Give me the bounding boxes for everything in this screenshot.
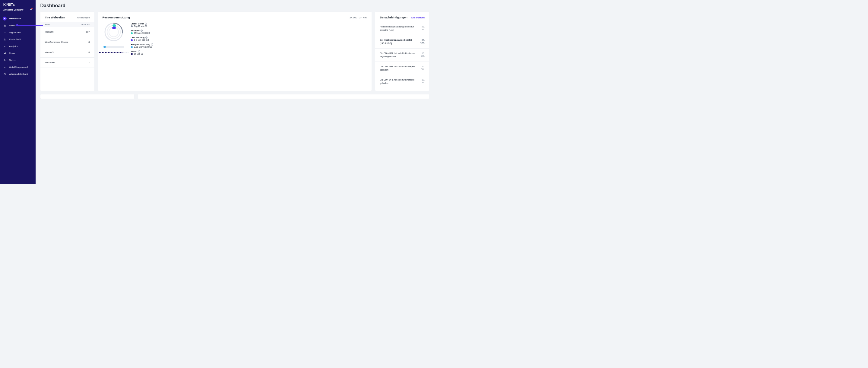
brand-logo: KINSTa <box>3 3 14 6</box>
sites-all-link[interactable]: Alle anzeigen <box>77 17 90 19</box>
notification-date: 16.Okt. <box>421 52 425 58</box>
help-icon[interactable]: ? <box>145 23 147 25</box>
site-visits: 8 <box>88 51 90 54</box>
user-add-icon <box>3 58 7 62</box>
site-row[interactable]: kinstalife 607 <box>40 27 94 37</box>
chart-icon <box>3 44 7 48</box>
legend-dot-cdn <box>131 39 133 41</box>
svg-point-0 <box>4 59 5 60</box>
svg-point-1 <box>4 67 5 67</box>
site-row[interactable]: WooCommerce Course 8 <box>40 37 94 48</box>
home-icon <box>3 17 7 21</box>
sites-bar <box>99 52 128 53</box>
stat-visits-title: Besuche <box>131 30 140 32</box>
nav-dns[interactable]: Kinsta DNS <box>0 36 36 43</box>
resource-card: Ressourcennutzung 27. Okt. – 27. Nov. <box>98 12 372 91</box>
notification-item[interactable]: Die CDN-URL hat sich für kinstasite geän… <box>375 75 429 88</box>
nav-label: Kinsta DNS <box>9 38 21 41</box>
nav-activity-log[interactable]: Aktivitätenprotokoll <box>0 64 36 70</box>
transfer-icon <box>3 30 7 34</box>
help-icon <box>3 72 7 76</box>
sites-title: Ihre Webseiten <box>45 16 65 19</box>
sites-card: Ihre Webseiten Alle anzeigen NAME BESUCH… <box>40 12 94 91</box>
notifications-title: Benachrichtigungen <box>380 16 407 19</box>
notification-text: Die CDN-URL hat sich für kinstasite geän… <box>380 79 418 85</box>
site-row[interactable]: kinstaw3 8 <box>40 48 94 58</box>
notification-item[interactable]: Herunterladbares Backup bereit für kinst… <box>375 22 429 35</box>
page-title: Dashboard <box>40 3 430 8</box>
stat-sites-value: 16 von 20 <box>134 53 144 55</box>
notification-item[interactable]: Die CDN-URL hat sich für kinstaperf geän… <box>375 62 429 75</box>
stat-month-title: Dieser Monat <box>131 23 144 25</box>
notification-text: Herunterladbares Backup bereit für kinst… <box>380 25 418 32</box>
stat-month-value: Tag 13 von 31 <box>134 25 148 27</box>
notification-text: Die CDN-URL hat sich für kinstaperf geän… <box>380 65 418 71</box>
main: Dashboard Ihre Webseiten Alle anzeigen N… <box>36 0 434 184</box>
svg-point-7 <box>112 27 116 29</box>
placeholder-card <box>138 94 429 99</box>
site-name: WooCommerce Course <box>45 41 68 43</box>
nav-company[interactable]: Firma <box>0 50 36 57</box>
nav-dashboard[interactable]: Dashboard <box>0 15 36 22</box>
legend-dot-disk <box>131 46 133 48</box>
bell-unread-dot <box>31 8 33 9</box>
notifications-all-link[interactable]: Alle anzeigen <box>411 17 425 19</box>
help-icon[interactable]: ? <box>138 50 140 53</box>
notification-date: 27.Okt. <box>421 39 425 45</box>
eye-icon <box>3 65 7 69</box>
notification-date: 12.Okt. <box>421 79 425 85</box>
nav-label: Firma <box>9 52 15 55</box>
nav: Dashboard Seiten Migrationen Kinsta DNS … <box>0 15 36 78</box>
site-row[interactable]: kinstaperf 7 <box>40 58 94 68</box>
help-icon[interactable]: ? <box>141 30 143 32</box>
nav-label: Nutzer <box>9 59 16 62</box>
stat-disk-value: 2.31 GB von 30 GB <box>134 46 153 48</box>
nav-users[interactable]: Nutzer <box>0 57 36 64</box>
col-name: NAME <box>45 24 50 25</box>
stat-sites-title: Seiten <box>131 50 137 53</box>
col-visits: BESUCHE <box>81 24 90 25</box>
notification-item[interactable]: Die CDN-URL hat sich für kinstacdn-keycd… <box>375 49 429 62</box>
disk-bar <box>103 46 124 48</box>
help-icon[interactable]: ? <box>151 43 153 45</box>
nav-analytics[interactable]: Analytics <box>0 43 36 50</box>
site-name: kinstalife <box>45 30 54 33</box>
nav-label: Migrationen <box>9 31 21 34</box>
site-visits: 607 <box>86 30 90 33</box>
stat-cdn-value: 0 B von 200 GB <box>134 39 149 41</box>
site-visits: 7 <box>88 61 90 64</box>
notifications-card: Benachrichtigungen Alle anzeigen Herunte… <box>375 12 429 91</box>
nav-label: Dashboard <box>9 17 21 20</box>
nav-sites[interactable]: Seiten <box>0 22 36 29</box>
legend-dot-visits <box>131 32 133 34</box>
nav-knowledge-base[interactable]: Wissensdatenbank <box>0 70 36 78</box>
nav-label: Analytics <box>9 45 18 48</box>
resource-range: 27. Okt. – 27. Nov. <box>349 17 367 19</box>
legend-dot-sites <box>131 53 133 55</box>
nav-label: Seiten <box>9 24 16 27</box>
site-visits: 8 <box>88 41 90 43</box>
notification-text: Die CDN-URL hat sich für kinstacdn-keycd… <box>380 52 418 58</box>
company-name: Awesome Company <box>3 9 23 11</box>
placeholder-card <box>40 94 134 99</box>
usage-donut <box>104 22 124 42</box>
site-name: kinstaw3 <box>45 51 54 54</box>
notification-item[interactable]: Der Hostingplan wurde bezahlt (190.5 USD… <box>375 35 429 49</box>
stat-cdn-title: CDN-Nutzung <box>131 36 145 39</box>
layers-icon <box>3 24 7 27</box>
building-icon <box>3 51 7 55</box>
legend-dot-month <box>131 25 133 27</box>
notifications-bell[interactable] <box>30 8 32 11</box>
nav-label: Wissensdatenbank <box>9 73 28 75</box>
nav-label: Aktivitätenprotokoll <box>9 66 28 68</box>
sidebar: KINSTa Awesome Company Dashboard Seiten … <box>0 0 36 184</box>
stat-disk-title: Festplattennutzung <box>131 43 151 45</box>
stat-visits-value: 655 von 100,000 <box>134 32 150 34</box>
help-icon[interactable]: ? <box>145 36 148 39</box>
notification-date: 29.Okt. <box>421 25 425 32</box>
site-name: kinstaperf <box>45 61 55 64</box>
notification-date: 15.Okt. <box>421 65 425 71</box>
resource-title: Ressourcennutzung <box>102 16 130 19</box>
route-icon <box>3 37 7 41</box>
nav-migrations[interactable]: Migrationen <box>0 29 36 36</box>
